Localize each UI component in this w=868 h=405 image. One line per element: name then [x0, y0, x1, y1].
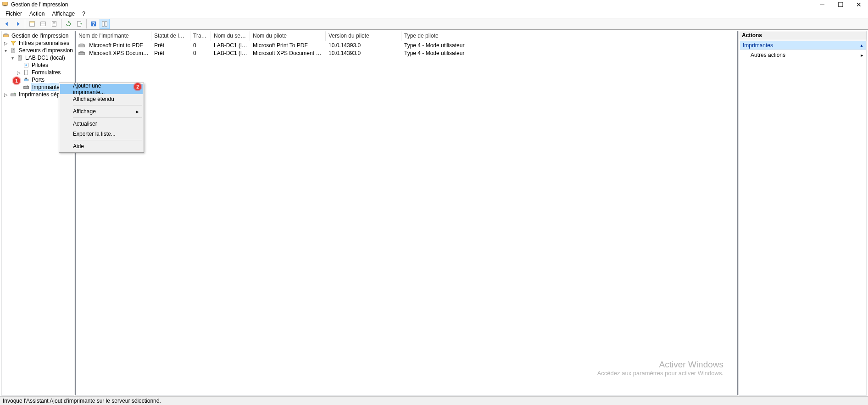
svg-rect-27	[80, 44, 83, 45]
tree-filters-label: Filtres personnalisés	[18, 40, 70, 46]
export-button[interactable]	[49, 19, 59, 29]
svg-rect-10	[102, 22, 104, 27]
actions-section-printers[interactable]: Imprimantes ▴	[740, 41, 866, 50]
title-bar: Gestion de l'impression ─ ☐ ✕	[0, 0, 868, 9]
tree-print-servers[interactable]: ▾ Serveurs d'impression	[1, 47, 74, 54]
cell-jobs: 0	[190, 50, 211, 56]
printers-icon	[22, 83, 30, 91]
cell-type: Type 4 - Mode utilisateur	[401, 42, 493, 49]
svg-rect-26	[79, 45, 84, 47]
export-list-button[interactable]	[74, 19, 84, 29]
toolbar-separator	[61, 19, 61, 28]
refresh-button[interactable]	[63, 19, 73, 29]
tree-server-label: LAB-DC1 (local)	[24, 55, 66, 61]
menu-help[interactable]: ?	[79, 10, 88, 17]
menu-file[interactable]: Fichier	[3, 10, 25, 17]
cell-server: LAB-DC1 (local)	[211, 42, 250, 49]
status-bar: Invoque l'Assistant Ajout d'imprimante s…	[0, 396, 868, 405]
window-title: Gestion de l'impression	[11, 1, 818, 8]
actions-header: Actions	[739, 31, 867, 40]
col-driver-type[interactable]: Type de pilote	[401, 31, 493, 41]
table-row[interactable]: Microsoft Print to PDF Prêt 0 LAB-DC1 (l…	[76, 41, 737, 49]
tree-servers-label: Serveurs d'impression	[18, 47, 74, 54]
ctx-extended-view[interactable]: Affichage étendu	[60, 94, 143, 104]
list-pane: Nom de l'imprimante Statut de la file...…	[75, 31, 738, 395]
actions-pane: Actions Imprimantes ▴ Autres actions ▸	[739, 31, 867, 395]
svg-rect-13	[5, 33, 7, 35]
collapse-icon[interactable]: ▾	[10, 55, 15, 61]
properties-button[interactable]	[38, 19, 48, 29]
ctx-view[interactable]: Affichage ▸	[60, 106, 143, 117]
toolbar-separator	[86, 19, 87, 28]
ctx-refresh[interactable]: Actualiser	[60, 119, 143, 129]
svg-point-17	[19, 56, 20, 57]
watermark-subtitle: Accédez aux paramètres pour activer Wind…	[597, 370, 723, 377]
svg-point-19	[25, 64, 27, 66]
cell-driver: Microsoft Print To PDF	[250, 42, 326, 49]
ctx-export-list[interactable]: Exporter la liste...	[60, 129, 143, 139]
app-icon	[2, 1, 9, 8]
cell-driver: Microsoft XPS Document Writer v4	[250, 50, 326, 56]
tree-root[interactable]: Gestion de l'impression	[1, 32, 74, 39]
expand-icon[interactable]: ▷	[3, 92, 9, 97]
cell-printer-name: Microsoft Print to PDF	[89, 42, 143, 49]
svg-rect-23	[24, 86, 29, 89]
cell-server: LAB-DC1 (local)	[211, 50, 250, 56]
svg-rect-20	[25, 70, 28, 75]
table-row[interactable]: Microsoft XPS Document Writer Prêt 0 LAB…	[76, 49, 737, 57]
view-toggle-button[interactable]	[100, 19, 110, 29]
grid-header: Nom de l'imprimante Statut de la file...…	[76, 31, 737, 41]
menu-separator	[73, 105, 142, 105]
back-button[interactable]	[2, 19, 12, 29]
actions-more-label: Autres actions	[751, 52, 785, 58]
ports-icon	[22, 76, 30, 83]
help-button[interactable]: ?	[89, 19, 99, 29]
col-queue-status[interactable]: Statut de la file...	[151, 31, 190, 41]
col-driver-version[interactable]: Version du pilote	[326, 31, 401, 41]
actions-more[interactable]: Autres actions ▸	[740, 50, 866, 60]
tree-server-node[interactable]: ▾ LAB-DC1 (local)	[1, 54, 74, 61]
svg-rect-12	[4, 34, 9, 37]
printer-row-icon	[78, 43, 86, 48]
minimize-button[interactable]: ─	[818, 1, 826, 8]
tree-drivers[interactable]: Pilotes	[1, 61, 74, 69]
col-server-name[interactable]: Nom du serveur	[211, 31, 250, 41]
driver-icon	[22, 61, 30, 69]
col-driver-name[interactable]: Nom du pilote	[250, 31, 326, 41]
context-menu: Ajouter une imprimante... Affichage éten…	[59, 83, 144, 153]
toolbar-separator	[25, 19, 25, 28]
tree-forms-label: Formulaires	[31, 69, 61, 76]
svg-rect-25	[11, 94, 16, 96]
forward-button[interactable]	[13, 19, 23, 29]
cell-version: 10.0.14393.0	[326, 42, 401, 49]
expand-icon[interactable]: ▷	[3, 41, 9, 46]
collapse-icon[interactable]: ▾	[3, 48, 9, 53]
tree-custom-filters[interactable]: ▷ Filtres personnalisés	[1, 39, 74, 47]
menu-view[interactable]: Affichage	[49, 10, 78, 17]
menu-separator	[73, 140, 142, 140]
svg-rect-24	[25, 85, 27, 87]
actions-section-label: Imprimantes	[743, 42, 773, 49]
annotation-badge-1: 1	[13, 77, 20, 84]
chevron-right-icon: ▸	[861, 52, 863, 58]
ctx-help-label: Aide	[73, 143, 84, 150]
col-jobs[interactable]: Travau...	[190, 31, 211, 41]
menu-bar: Fichier Action Affichage ?	[0, 9, 868, 18]
menu-action[interactable]: Action	[27, 10, 47, 17]
maximize-button[interactable]: ☐	[837, 1, 844, 8]
ctx-refresh-label: Actualiser	[73, 121, 97, 127]
ctx-view-label: Affichage	[73, 108, 96, 115]
svg-rect-4	[41, 22, 46, 26]
forms-icon	[22, 69, 30, 76]
annotation-badge-2: 2	[134, 83, 141, 90]
expand-icon[interactable]: ▷	[16, 70, 22, 75]
col-printer-name[interactable]: Nom de l'imprimante	[76, 31, 151, 41]
close-button[interactable]: ✕	[855, 1, 862, 8]
ctx-help[interactable]: Aide	[60, 141, 143, 151]
svg-rect-21	[24, 79, 28, 81]
tree-forms[interactable]: ▷ Formulaires	[1, 69, 74, 76]
ctx-add-printer[interactable]: Ajouter une imprimante...	[60, 84, 143, 94]
svg-rect-1	[4, 6, 7, 6]
svg-rect-0	[3, 2, 8, 6]
show-hide-button[interactable]	[27, 19, 37, 29]
